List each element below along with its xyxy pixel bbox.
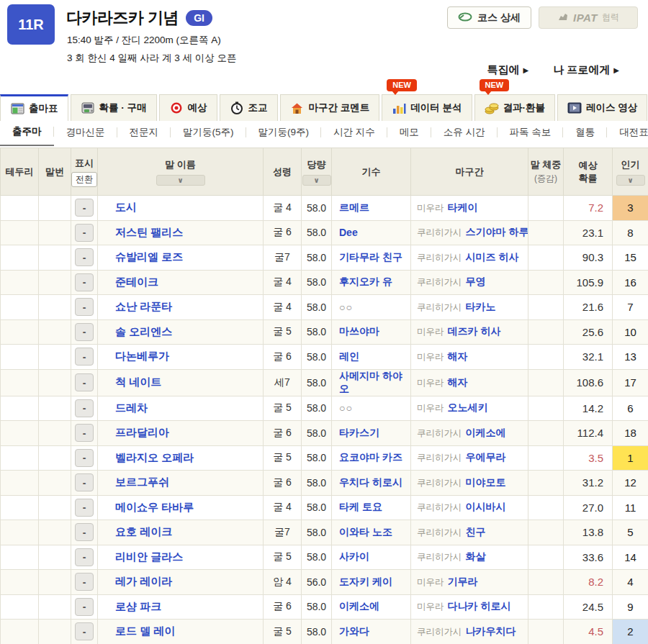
horse-name-link[interactable]: 드레차 — [115, 402, 148, 414]
horse-name-link[interactable]: 리비안 글라스 — [115, 550, 183, 563]
jockey-link[interactable]: 기타무라 친구 — [339, 251, 402, 263]
subtab-specialist[interactable]: 전문지 — [117, 122, 171, 145]
mark-button[interactable]: - — [75, 199, 94, 217]
subtab-pillar-9w[interactable]: 말기둥(9주) — [246, 122, 322, 145]
trainer-link[interactable]: 오노세키 — [448, 402, 488, 413]
mark-button[interactable]: - — [75, 373, 94, 391]
trainer-link[interactable]: 미야모토 — [466, 476, 506, 488]
jockey-link[interactable]: 마쓰야마 — [339, 325, 379, 337]
horse-name-link[interactable]: 다논베루가 — [115, 350, 169, 362]
popularity-cell: 14 — [613, 545, 648, 570]
jockey-link[interactable]: 사메지마 하야오 — [339, 370, 402, 394]
jockey-link[interactable]: 타케 토요 — [339, 501, 382, 512]
trainer-link[interactable]: 스기야마 하루 — [466, 226, 528, 237]
tab-data-analysis[interactable]: 데이터 분석NEW — [382, 94, 472, 121]
mark-button[interactable]: - — [75, 298, 94, 316]
trainer-link[interactable]: 화살 — [466, 550, 486, 562]
subtab-bloodline[interactable]: 혈통 — [563, 122, 607, 145]
horse-name-link[interactable]: 도시 — [115, 201, 137, 213]
mark-button[interactable]: - — [75, 573, 94, 591]
trainer-link[interactable]: 친구 — [466, 526, 486, 538]
mark-button[interactable]: - — [75, 399, 94, 417]
mark-button[interactable]: - — [75, 548, 94, 566]
trainer-link[interactable]: 다나카 히로시 — [448, 600, 511, 612]
jockey-link[interactable]: 후지오카 유 — [339, 276, 392, 287]
subtab-time-index[interactable]: 시간 지수 — [321, 122, 387, 145]
jockey-link[interactable]: 타카스기 — [339, 427, 379, 438]
tab-training[interactable]: 조교 — [220, 94, 278, 121]
trainer-link[interactable]: 해자 — [448, 376, 468, 388]
horse-name-link[interactable]: 보르그푸쉬 — [115, 476, 169, 488]
tab-odds-purchase[interactable]: 확률 · 구매 — [71, 94, 157, 121]
jockey-link[interactable]: 이와타 노조 — [339, 526, 392, 538]
horse-name-link[interactable]: 로샴 파크 — [115, 600, 161, 612]
trainer-link[interactable]: 기무라 — [448, 576, 478, 587]
mark-button[interactable]: - — [75, 449, 94, 467]
course-detail-button[interactable]: 코스 상세 — [447, 6, 531, 29]
mark-button[interactable]: - — [75, 424, 94, 442]
jockey-link[interactable]: 사카이 — [339, 550, 369, 562]
horse-name-link[interactable]: 준테이크 — [115, 276, 158, 288]
mark-button[interactable]: - — [75, 248, 94, 266]
mark-button[interactable]: - — [75, 473, 94, 491]
trainer-link[interactable]: 해자 — [448, 350, 468, 362]
sort-name-button[interactable]: ∨ — [156, 175, 205, 186]
tab-stable-comment[interactable]: 마구간 코멘트 — [280, 94, 380, 121]
trainer-link[interactable]: 데즈카 히사 — [448, 325, 501, 337]
horse-name-link[interactable]: 척 네이트 — [115, 376, 161, 388]
mark-button[interactable]: - — [75, 273, 94, 291]
trainer-link[interactable]: 타케이 — [448, 201, 478, 213]
tab-racecard[interactable]: 출마표 — [0, 94, 68, 121]
popularity-cell: 2 — [613, 620, 648, 644]
horse-name-link[interactable]: 프라달리아 — [115, 426, 169, 438]
sort-weight-button[interactable]: ∨ — [302, 175, 331, 186]
subtab-pillar-5w[interactable]: 말기둥(5주) — [171, 122, 246, 145]
tab-result-refund[interactable]: 결과·환불NEW — [474, 94, 556, 121]
horse-name-link[interactable]: 벨라지오 오페라 — [115, 451, 194, 463]
subtab-matchup[interactable]: 대전표 — [607, 122, 648, 145]
mark-button[interactable]: - — [75, 523, 94, 541]
mark-button[interactable]: - — [75, 598, 94, 616]
subtab-owned-time[interactable]: 소유 시간 — [431, 122, 498, 145]
mark-button[interactable]: - — [75, 323, 94, 341]
quick-link-special[interactable]: 특집에▶ — [487, 63, 528, 77]
trainer-link[interactable]: 시미즈 히사 — [466, 251, 519, 263]
horse-name-link[interactable]: 쇼난 라푼타 — [115, 300, 172, 312]
subtab-memo[interactable]: 메모 — [387, 122, 431, 145]
subtab-runners[interactable]: 출주마 — [0, 121, 54, 146]
jockey-link[interactable]: Dee — [339, 227, 358, 238]
jockey-link[interactable]: 이케소에 — [339, 600, 379, 612]
mark-button[interactable]: - — [75, 224, 94, 242]
mark-button[interactable]: - — [75, 348, 94, 366]
trainer-link[interactable]: 우에무라 — [466, 451, 506, 463]
jockey-link: ○○ — [339, 402, 353, 414]
subtab-racing-paper[interactable]: 경마신문 — [54, 122, 117, 145]
horse-name-link[interactable]: 레가 레이라 — [115, 575, 172, 587]
subtab-paddock-news[interactable]: 파독 속보 — [498, 122, 564, 145]
mark-button[interactable]: - — [75, 622, 94, 640]
jockey-link[interactable]: 레인 — [339, 350, 359, 362]
jockey-link[interactable]: 요코야마 카즈 — [339, 451, 402, 463]
sort-popularity-button[interactable]: ∨ — [616, 175, 645, 186]
trainer-link[interactable]: 나카우치다 — [466, 625, 516, 637]
trainer-link[interactable]: 타카노 — [466, 301, 496, 312]
horse-name-link[interactable]: 저스틴 팰리스 — [115, 226, 183, 238]
trainer-link[interactable]: 이시바시 — [466, 501, 506, 512]
mark-button[interactable]: - — [75, 499, 94, 517]
jockey-link[interactable]: 도자키 케이 — [339, 576, 392, 587]
horse-name-link[interactable]: 요호 레이크 — [115, 525, 172, 538]
tab-forecast[interactable]: 예상 — [159, 94, 217, 121]
trainer-link[interactable]: 무영 — [466, 276, 486, 287]
tab-race-video[interactable]: 레이스 영상 — [557, 94, 647, 121]
horse-name-link[interactable]: 메이쇼우 타바루 — [115, 501, 194, 513]
quick-link-my-pro[interactable]: 나 프로에게▶ — [553, 63, 619, 77]
jockey-link[interactable]: 가와다 — [339, 625, 369, 637]
horse-name-link[interactable]: 로드 델 레이 — [115, 625, 175, 637]
mark-toggle-button[interactable]: 전환 — [71, 172, 97, 187]
ipat-button[interactable]: IPAT 협력 — [539, 6, 638, 29]
jockey-link[interactable]: 르메르 — [339, 201, 369, 213]
horse-name-link[interactable]: 솔 오리엔스 — [115, 325, 172, 337]
trainer-link[interactable]: 이케소에 — [466, 427, 506, 438]
horse-name-link[interactable]: 슈발리엘 로즈 — [115, 250, 183, 263]
jockey-link[interactable]: 우치다 히로시 — [339, 476, 402, 488]
